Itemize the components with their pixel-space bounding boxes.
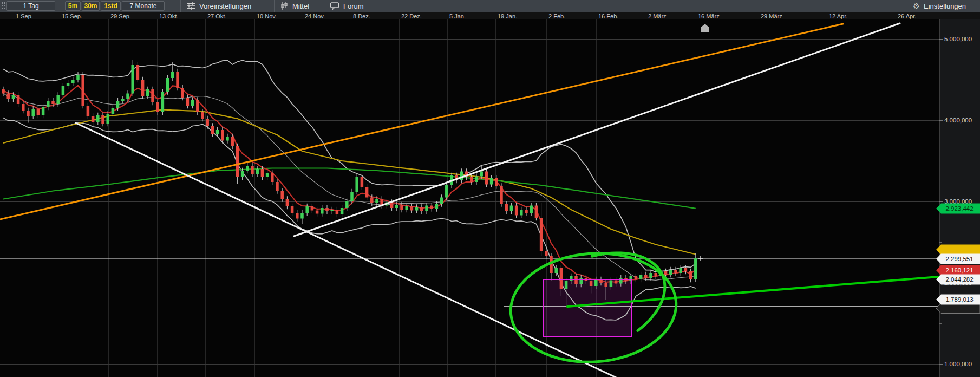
candle-body bbox=[191, 100, 194, 106]
speech-bubble-icon bbox=[330, 2, 339, 10]
candle-body bbox=[445, 185, 448, 198]
candle-body bbox=[106, 114, 109, 123]
time-tick-label: 29 Sep. bbox=[110, 13, 131, 20]
presets-button[interactable]: Voreinstellungen bbox=[199, 2, 251, 10]
candle-body bbox=[390, 203, 394, 209]
range-button[interactable]: 7 Monate bbox=[122, 1, 165, 11]
jump-to-latest-marker bbox=[701, 24, 709, 32]
forum-button[interactable]: Forum bbox=[343, 2, 364, 10]
candle-body bbox=[574, 276, 578, 284]
candle-body bbox=[37, 109, 40, 115]
toolbar-separator bbox=[274, 0, 275, 12]
candle-body bbox=[126, 94, 129, 100]
candle-body bbox=[17, 95, 19, 105]
candle-body bbox=[679, 268, 682, 273]
trading-chart-app: 1 Tag 5m 30m 1std 7 Monate Voreinstellun… bbox=[0, 0, 980, 377]
candle-body bbox=[530, 206, 533, 213]
interval-button-1std[interactable]: 1std bbox=[101, 1, 121, 11]
green-moving-average bbox=[3, 168, 696, 209]
candle-body bbox=[6, 94, 10, 100]
candle-body bbox=[231, 136, 234, 146]
candle-body bbox=[141, 80, 145, 96]
toolbar-separator bbox=[180, 0, 181, 12]
price-chip-label: 2.923,442 bbox=[945, 205, 973, 212]
candle-body bbox=[22, 104, 25, 110]
candle-body bbox=[490, 178, 493, 185]
candle-body bbox=[639, 275, 643, 280]
candle-body bbox=[280, 191, 284, 199]
candle-body bbox=[196, 100, 199, 113]
candle-body bbox=[112, 108, 115, 114]
candle-body bbox=[345, 202, 349, 208]
candle-body bbox=[405, 206, 408, 210]
candle-body bbox=[146, 89, 149, 96]
candle-body bbox=[684, 268, 688, 271]
candle-body bbox=[321, 208, 324, 214]
candle-body bbox=[674, 270, 677, 273]
timeframe-button[interactable]: 1 Tag bbox=[6, 1, 55, 11]
interval-button-5m[interactable]: 5m bbox=[65, 1, 81, 11]
price-chip-label: 2.044,282 bbox=[945, 276, 973, 283]
candle-body bbox=[311, 206, 314, 211]
candle-body bbox=[545, 251, 548, 256]
chart-canvas[interactable]: 5.000,0004.000,0003.000,0002.000,0001.00… bbox=[0, 0, 980, 377]
candle-body bbox=[261, 169, 264, 177]
candle-body bbox=[594, 280, 598, 286]
candle-body bbox=[271, 173, 274, 183]
candle-body bbox=[579, 278, 583, 284]
candle-body bbox=[520, 210, 523, 216]
candle-body bbox=[12, 95, 15, 100]
candle-body bbox=[336, 210, 339, 214]
candle-body bbox=[67, 83, 70, 86]
candle-body bbox=[350, 192, 354, 202]
candle-body bbox=[161, 92, 165, 113]
time-axis[interactable]: 1 Sep.15 Sep.29 Sep.13 Okt.27 Okt.10 Nov… bbox=[0, 12, 980, 20]
candle-body bbox=[649, 273, 652, 278]
candle-body bbox=[480, 172, 483, 177]
candle-body bbox=[96, 115, 100, 122]
candle-body bbox=[305, 206, 309, 213]
price-axis-label: 5.000,000 bbox=[944, 36, 972, 42]
time-tick-label: 12 Apr. bbox=[829, 13, 847, 20]
candle-body bbox=[76, 75, 80, 80]
candle-body bbox=[116, 101, 120, 108]
average-button[interactable]: Mittel bbox=[292, 2, 309, 10]
candle-body bbox=[121, 99, 125, 101]
candle-body bbox=[361, 177, 364, 187]
candle-body bbox=[510, 206, 513, 212]
time-tick-label: 16 März bbox=[698, 13, 720, 20]
candle-body bbox=[525, 210, 528, 213]
time-tick-label: 2 Feb. bbox=[548, 13, 565, 20]
candle-body bbox=[395, 205, 398, 208]
candle-body bbox=[251, 166, 254, 174]
candle-body bbox=[425, 206, 428, 212]
candle-body bbox=[171, 72, 174, 78]
settings-button[interactable]: Einstellungen bbox=[924, 2, 966, 10]
candle-body bbox=[226, 136, 229, 141]
time-tick-label: 24 Nov. bbox=[305, 13, 325, 20]
candle-body bbox=[236, 146, 239, 177]
candle-body bbox=[206, 119, 209, 126]
candle-body bbox=[460, 172, 463, 181]
gear-icon: ⚙ bbox=[913, 2, 920, 10]
candle-body bbox=[286, 199, 289, 207]
candle-body bbox=[554, 268, 558, 273]
sliders-icon bbox=[186, 2, 196, 10]
orange-trendline bbox=[0, 24, 843, 219]
candle-body bbox=[316, 211, 319, 214]
candle-body bbox=[664, 271, 668, 275]
candle-body bbox=[325, 208, 329, 211]
interval-button-30m[interactable]: 30m bbox=[82, 1, 100, 11]
candle-body bbox=[689, 271, 692, 280]
time-tick-label: 29 März bbox=[761, 13, 782, 20]
time-tick-label: 5 Jan. bbox=[449, 13, 466, 20]
time-tick-label: 22 Dez. bbox=[401, 13, 422, 20]
drag-handle-icon[interactable] bbox=[1, 2, 6, 10]
time-tick-label: 8 Dez. bbox=[353, 13, 370, 20]
candle-body bbox=[266, 173, 269, 178]
price-chip-yellow-ma-value-hidden bbox=[936, 245, 980, 255]
candle-body bbox=[365, 187, 369, 198]
candle-body bbox=[291, 206, 294, 213]
toolbar: 1 Tag 5m 30m 1std 7 Monate Voreinstellun… bbox=[0, 0, 980, 12]
candle-body bbox=[430, 206, 433, 209]
